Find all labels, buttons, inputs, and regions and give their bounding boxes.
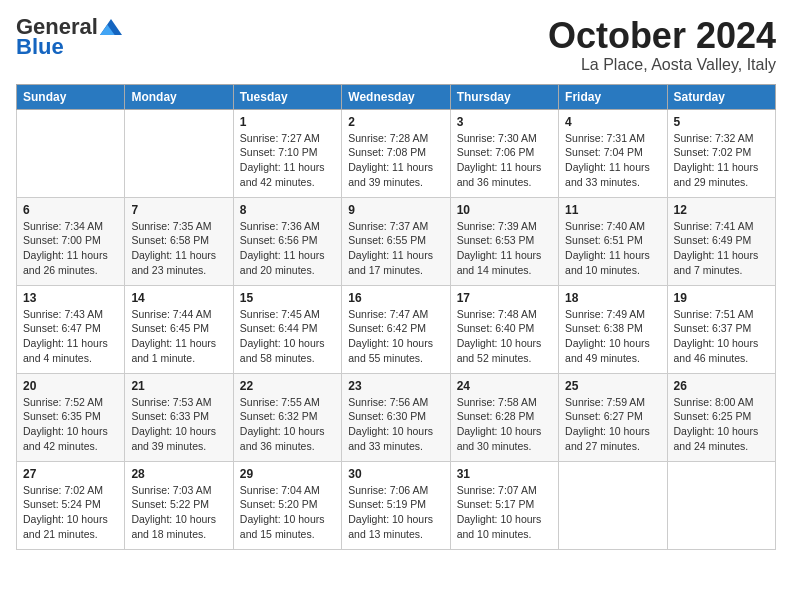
day-info: Sunrise: 7:30 AM Sunset: 7:06 PM Dayligh… (457, 131, 552, 190)
calendar-week-4: 20Sunrise: 7:52 AM Sunset: 6:35 PM Dayli… (17, 373, 776, 461)
day-info: Sunrise: 7:53 AM Sunset: 6:33 PM Dayligh… (131, 395, 226, 454)
day-number: 22 (240, 379, 335, 393)
day-info: Sunrise: 7:02 AM Sunset: 5:24 PM Dayligh… (23, 483, 118, 542)
calendar-cell: 1Sunrise: 7:27 AM Sunset: 7:10 PM Daylig… (233, 109, 341, 197)
day-number: 7 (131, 203, 226, 217)
calendar-cell: 29Sunrise: 7:04 AM Sunset: 5:20 PM Dayli… (233, 461, 341, 549)
day-number: 21 (131, 379, 226, 393)
day-header-monday: Monday (125, 84, 233, 109)
day-info: Sunrise: 7:06 AM Sunset: 5:19 PM Dayligh… (348, 483, 443, 542)
calendar-cell: 17Sunrise: 7:48 AM Sunset: 6:40 PM Dayli… (450, 285, 558, 373)
day-number: 31 (457, 467, 552, 481)
day-info: Sunrise: 7:51 AM Sunset: 6:37 PM Dayligh… (674, 307, 769, 366)
calendar-cell: 11Sunrise: 7:40 AM Sunset: 6:51 PM Dayli… (559, 197, 667, 285)
calendar-cell: 4Sunrise: 7:31 AM Sunset: 7:04 PM Daylig… (559, 109, 667, 197)
day-info: Sunrise: 7:07 AM Sunset: 5:17 PM Dayligh… (457, 483, 552, 542)
day-number: 18 (565, 291, 660, 305)
day-info: Sunrise: 7:28 AM Sunset: 7:08 PM Dayligh… (348, 131, 443, 190)
day-header-saturday: Saturday (667, 84, 775, 109)
day-info: Sunrise: 7:41 AM Sunset: 6:49 PM Dayligh… (674, 219, 769, 278)
day-info: Sunrise: 7:58 AM Sunset: 6:28 PM Dayligh… (457, 395, 552, 454)
day-number: 23 (348, 379, 443, 393)
day-number: 28 (131, 467, 226, 481)
day-number: 27 (23, 467, 118, 481)
day-number: 30 (348, 467, 443, 481)
calendar-cell: 20Sunrise: 7:52 AM Sunset: 6:35 PM Dayli… (17, 373, 125, 461)
calendar-cell: 24Sunrise: 7:58 AM Sunset: 6:28 PM Dayli… (450, 373, 558, 461)
day-info: Sunrise: 7:59 AM Sunset: 6:27 PM Dayligh… (565, 395, 660, 454)
calendar-cell: 13Sunrise: 7:43 AM Sunset: 6:47 PM Dayli… (17, 285, 125, 373)
calendar-cell: 18Sunrise: 7:49 AM Sunset: 6:38 PM Dayli… (559, 285, 667, 373)
day-number: 14 (131, 291, 226, 305)
day-number: 25 (565, 379, 660, 393)
day-number: 6 (23, 203, 118, 217)
day-number: 17 (457, 291, 552, 305)
day-number: 13 (23, 291, 118, 305)
day-info: Sunrise: 7:43 AM Sunset: 6:47 PM Dayligh… (23, 307, 118, 366)
day-number: 15 (240, 291, 335, 305)
day-number: 19 (674, 291, 769, 305)
calendar-cell: 6Sunrise: 7:34 AM Sunset: 7:00 PM Daylig… (17, 197, 125, 285)
day-info: Sunrise: 7:39 AM Sunset: 6:53 PM Dayligh… (457, 219, 552, 278)
day-number: 4 (565, 115, 660, 129)
calendar-cell: 14Sunrise: 7:44 AM Sunset: 6:45 PM Dayli… (125, 285, 233, 373)
calendar-cell: 16Sunrise: 7:47 AM Sunset: 6:42 PM Dayli… (342, 285, 450, 373)
day-number: 1 (240, 115, 335, 129)
calendar-week-2: 6Sunrise: 7:34 AM Sunset: 7:00 PM Daylig… (17, 197, 776, 285)
logo-icon (100, 16, 122, 38)
day-info: Sunrise: 7:55 AM Sunset: 6:32 PM Dayligh… (240, 395, 335, 454)
day-info: Sunrise: 8:00 AM Sunset: 6:25 PM Dayligh… (674, 395, 769, 454)
day-info: Sunrise: 7:32 AM Sunset: 7:02 PM Dayligh… (674, 131, 769, 190)
calendar-cell: 3Sunrise: 7:30 AM Sunset: 7:06 PM Daylig… (450, 109, 558, 197)
calendar-week-1: 1Sunrise: 7:27 AM Sunset: 7:10 PM Daylig… (17, 109, 776, 197)
day-number: 20 (23, 379, 118, 393)
calendar-cell: 21Sunrise: 7:53 AM Sunset: 6:33 PM Dayli… (125, 373, 233, 461)
calendar-cell: 19Sunrise: 7:51 AM Sunset: 6:37 PM Dayli… (667, 285, 775, 373)
calendar-week-3: 13Sunrise: 7:43 AM Sunset: 6:47 PM Dayli… (17, 285, 776, 373)
calendar-cell: 31Sunrise: 7:07 AM Sunset: 5:17 PM Dayli… (450, 461, 558, 549)
day-info: Sunrise: 7:47 AM Sunset: 6:42 PM Dayligh… (348, 307, 443, 366)
calendar-table: SundayMondayTuesdayWednesdayThursdayFrid… (16, 84, 776, 550)
day-number: 12 (674, 203, 769, 217)
title-area: October 2024 La Place, Aosta Valley, Ita… (548, 16, 776, 74)
day-number: 16 (348, 291, 443, 305)
day-info: Sunrise: 7:44 AM Sunset: 6:45 PM Dayligh… (131, 307, 226, 366)
calendar-cell: 12Sunrise: 7:41 AM Sunset: 6:49 PM Dayli… (667, 197, 775, 285)
calendar-cell: 9Sunrise: 7:37 AM Sunset: 6:55 PM Daylig… (342, 197, 450, 285)
day-number: 9 (348, 203, 443, 217)
calendar-cell (125, 109, 233, 197)
day-info: Sunrise: 7:04 AM Sunset: 5:20 PM Dayligh… (240, 483, 335, 542)
day-info: Sunrise: 7:52 AM Sunset: 6:35 PM Dayligh… (23, 395, 118, 454)
day-number: 24 (457, 379, 552, 393)
header: General Blue October 2024 La Place, Aost… (16, 16, 776, 74)
day-number: 8 (240, 203, 335, 217)
calendar-cell: 22Sunrise: 7:55 AM Sunset: 6:32 PM Dayli… (233, 373, 341, 461)
day-info: Sunrise: 7:40 AM Sunset: 6:51 PM Dayligh… (565, 219, 660, 278)
day-info: Sunrise: 7:45 AM Sunset: 6:44 PM Dayligh… (240, 307, 335, 366)
calendar-header-row: SundayMondayTuesdayWednesdayThursdayFrid… (17, 84, 776, 109)
calendar-week-5: 27Sunrise: 7:02 AM Sunset: 5:24 PM Dayli… (17, 461, 776, 549)
day-info: Sunrise: 7:37 AM Sunset: 6:55 PM Dayligh… (348, 219, 443, 278)
day-info: Sunrise: 7:03 AM Sunset: 5:22 PM Dayligh… (131, 483, 226, 542)
day-number: 10 (457, 203, 552, 217)
calendar-cell: 23Sunrise: 7:56 AM Sunset: 6:30 PM Dayli… (342, 373, 450, 461)
calendar-cell: 2Sunrise: 7:28 AM Sunset: 7:08 PM Daylig… (342, 109, 450, 197)
calendar-cell: 30Sunrise: 7:06 AM Sunset: 5:19 PM Dayli… (342, 461, 450, 549)
day-info: Sunrise: 7:49 AM Sunset: 6:38 PM Dayligh… (565, 307, 660, 366)
day-number: 2 (348, 115, 443, 129)
calendar-cell (559, 461, 667, 549)
day-info: Sunrise: 7:56 AM Sunset: 6:30 PM Dayligh… (348, 395, 443, 454)
calendar-cell: 26Sunrise: 8:00 AM Sunset: 6:25 PM Dayli… (667, 373, 775, 461)
calendar-cell: 25Sunrise: 7:59 AM Sunset: 6:27 PM Dayli… (559, 373, 667, 461)
logo-blue-text: Blue (16, 34, 64, 60)
day-number: 29 (240, 467, 335, 481)
day-header-tuesday: Tuesday (233, 84, 341, 109)
day-info: Sunrise: 7:31 AM Sunset: 7:04 PM Dayligh… (565, 131, 660, 190)
calendar-cell (17, 109, 125, 197)
calendar-cell: 27Sunrise: 7:02 AM Sunset: 5:24 PM Dayli… (17, 461, 125, 549)
day-header-thursday: Thursday (450, 84, 558, 109)
day-info: Sunrise: 7:48 AM Sunset: 6:40 PM Dayligh… (457, 307, 552, 366)
calendar-cell: 7Sunrise: 7:35 AM Sunset: 6:58 PM Daylig… (125, 197, 233, 285)
logo: General Blue (16, 16, 122, 60)
calendar-cell: 28Sunrise: 7:03 AM Sunset: 5:22 PM Dayli… (125, 461, 233, 549)
